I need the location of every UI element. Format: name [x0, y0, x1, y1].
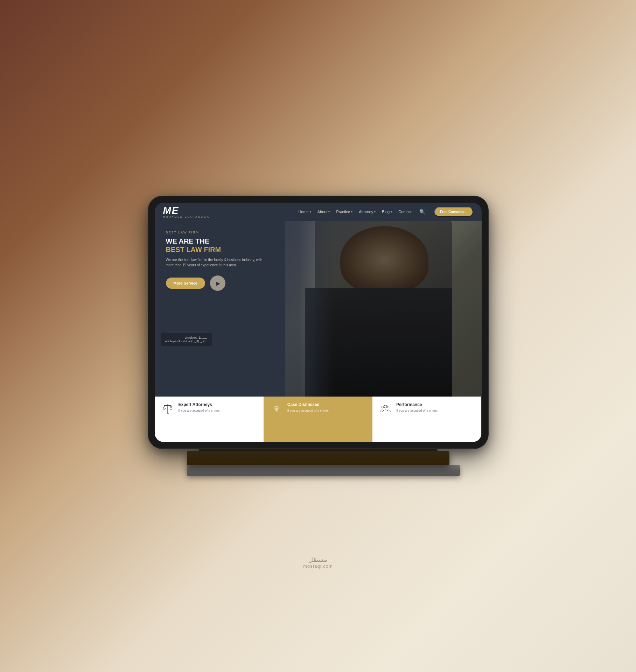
service-card-case-dismissed: Case Dismissed If you are accused of a c… [264, 397, 372, 442]
group-icon [379, 402, 392, 415]
logo-name: MOHAMED ELKHAWAGA [163, 216, 210, 218]
service-title-expert-attorneys: Expert Attorneys [179, 402, 220, 407]
service-title-case-dismissed: Case Dismissed [287, 402, 329, 407]
nav-blog[interactable]: Blog ▾ [382, 210, 392, 214]
tablet-screen: ME MOHAMED ELKHAWAGA Home ▾ About ▾ [155, 203, 482, 442]
services-section: Expert Attorneys If you are accused of a… [155, 397, 482, 442]
hero-subtitle: We are the best law firm in the family &… [166, 257, 271, 268]
svg-line-2 [163, 405, 164, 409]
watermark-arabic: مستقل [303, 556, 333, 564]
svg-rect-6 [166, 413, 168, 413]
windows-activation-overlay: تنشيط Windows انتقل إلى الإعدادات لتنشيط… [161, 333, 212, 346]
chevron-down-icon: ▾ [351, 210, 352, 214]
nav-practice[interactable]: Practice ▾ [336, 210, 352, 214]
tablet-device: ME MOHAMED ELKHAWAGA Home ▾ About ▾ [148, 196, 488, 448]
nav-links: Home ▾ About ▾ Practice ▾ Attorney [298, 207, 473, 217]
service-desc-performance: If you are accused of a crime, [396, 408, 438, 413]
svg-point-12 [382, 406, 384, 408]
logo: ME MOHAMED ELKHAWAGA [163, 206, 210, 218]
play-button[interactable]: ▶ [210, 275, 225, 291]
stand-stone-base [187, 465, 460, 476]
nav-home-label: Home [298, 210, 308, 214]
free-consultation-button[interactable]: Free Consultat... [434, 207, 473, 217]
nav-about[interactable]: About ▾ [317, 210, 330, 214]
logo-letters: ME [163, 206, 210, 216]
service-text-performance: Performance If you are accused of a crim… [396, 402, 438, 413]
hero-title: WE ARE THE BEST LAW FIRM [166, 237, 470, 254]
nav-attorney-label: Attorney [359, 210, 373, 214]
hero-buttons: More Service ▶ [166, 275, 470, 291]
service-desc-expert-attorneys: If you are accused of a crime, [179, 408, 220, 413]
service-text-expert-attorneys: Expert Attorneys If you are accused of a… [179, 402, 220, 413]
stand-wood-bottom [187, 451, 449, 465]
search-icon[interactable]: 🔍 [419, 209, 425, 215]
navbar: ME MOHAMED ELKHAWAGA Home ▾ About ▾ [155, 203, 482, 221]
svg-point-10 [276, 407, 277, 408]
svg-line-4 [170, 405, 171, 409]
hero-tagline: BEST LAW FIRM [166, 231, 470, 234]
chevron-down-icon: ▾ [328, 210, 330, 214]
service-card-performance: Performance If you are accused of a crim… [372, 397, 481, 442]
windows-activation-line1: تنشيط Windows [165, 336, 208, 340]
svg-point-13 [387, 406, 389, 408]
service-text-case-dismissed: Case Dismissed If you are accused of a c… [287, 402, 329, 413]
service-desc-case-dismissed: If you are accused of a crime, [287, 408, 329, 413]
nav-contact[interactable]: Contact [398, 210, 412, 214]
nav-blog-label: Blog [382, 210, 390, 214]
svg-line-5 [171, 405, 172, 409]
scales-icon [161, 402, 174, 415]
nav-contact-label: Contact [398, 210, 412, 214]
hero-title-line2: BEST LAW FIRM [166, 245, 470, 254]
hero-content: BEST LAW FIRM WE ARE THE BEST LAW FIRM W… [155, 221, 482, 301]
watermark-latin: mostaql.com [303, 564, 333, 569]
svg-line-3 [164, 405, 165, 409]
nav-home[interactable]: Home ▾ [298, 210, 311, 214]
windows-activation-line2: انتقل إلى الإعدادات لتنشيط ws [165, 340, 208, 343]
chevron-down-icon: ▾ [391, 210, 392, 214]
nav-practice-label: Practice [336, 210, 350, 214]
nav-attorney[interactable]: Attorney ▾ [359, 210, 376, 214]
scene: ME MOHAMED ELKHAWAGA Home ▾ About ▾ [108, 47, 528, 625]
chevron-down-icon: ▾ [310, 210, 311, 214]
hero-title-line1: WE ARE THE [166, 237, 470, 245]
hero-section: BEST LAW FIRM WE ARE THE BEST LAW FIRM W… [155, 221, 482, 397]
chevron-down-icon: ▾ [374, 210, 376, 214]
brain-icon [270, 402, 283, 415]
watermark: مستقل mostaql.com [303, 556, 333, 569]
service-card-expert-attorneys: Expert Attorneys If you are accused of a… [155, 397, 264, 442]
svg-point-11 [384, 405, 387, 408]
service-title-performance: Performance [396, 402, 438, 407]
play-icon: ▶ [216, 280, 220, 287]
nav-about-label: About [317, 210, 328, 214]
website: ME MOHAMED ELKHAWAGA Home ▾ About ▾ [155, 203, 482, 442]
more-service-button[interactable]: More Service [166, 278, 205, 289]
